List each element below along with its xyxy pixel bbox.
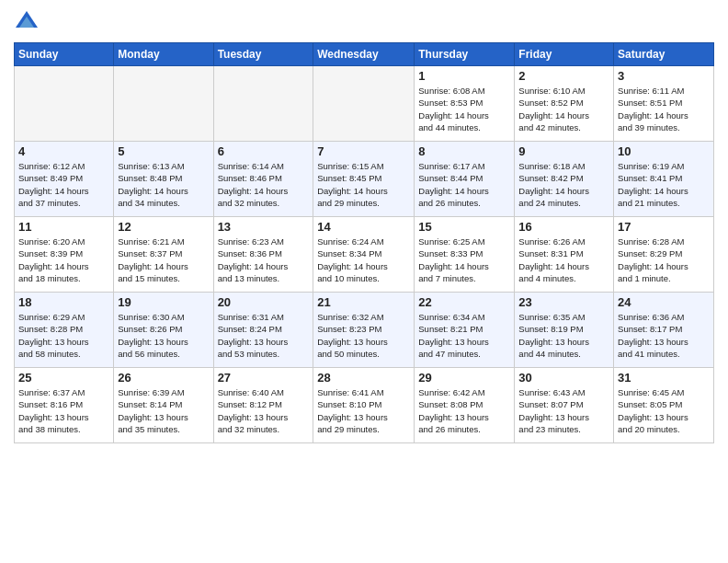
calendar-cell: 26Sunrise: 6:39 AM Sunset: 8:14 PM Dayli… (114, 368, 213, 443)
cell-info: Sunrise: 6:32 AM Sunset: 8:23 PM Dayligh… (317, 311, 410, 360)
calendar-cell: 19Sunrise: 6:30 AM Sunset: 8:26 PM Dayli… (114, 293, 213, 368)
calendar-week-3: 18Sunrise: 6:29 AM Sunset: 8:28 PM Dayli… (15, 293, 714, 368)
day-number: 22 (418, 295, 510, 309)
calendar-cell: 15Sunrise: 6:25 AM Sunset: 8:33 PM Dayli… (415, 217, 515, 293)
cell-info: Sunrise: 6:21 AM Sunset: 8:37 PM Dayligh… (118, 236, 209, 284)
calendar-cell: 16Sunrise: 6:26 AM Sunset: 8:31 PM Dayli… (515, 217, 614, 293)
cell-info: Sunrise: 6:34 AM Sunset: 8:21 PM Dayligh… (418, 311, 510, 360)
day-number: 20 (218, 295, 310, 309)
day-number: 7 (317, 144, 410, 158)
day-number: 4 (18, 144, 109, 158)
day-number: 2 (518, 69, 609, 83)
calendar-week-4: 25Sunrise: 6:37 AM Sunset: 8:16 PM Dayli… (15, 368, 714, 443)
calendar-cell: 13Sunrise: 6:23 AM Sunset: 8:36 PM Dayli… (213, 217, 313, 293)
day-number: 5 (118, 144, 209, 158)
day-number: 28 (317, 371, 410, 385)
day-number: 13 (218, 220, 310, 234)
col-header-wednesday: Wednesday (313, 43, 415, 66)
calendar-week-0: 1Sunrise: 6:08 AM Sunset: 8:53 PM Daylig… (15, 66, 714, 142)
col-header-friday: Friday (515, 43, 614, 66)
day-number: 9 (518, 144, 609, 158)
cell-info: Sunrise: 6:26 AM Sunset: 8:31 PM Dayligh… (518, 236, 609, 284)
calendar-cell: 17Sunrise: 6:28 AM Sunset: 8:29 PM Dayli… (614, 217, 714, 293)
calendar-week-2: 11Sunrise: 6:20 AM Sunset: 8:39 PM Dayli… (15, 217, 714, 293)
calendar-cell: 2Sunrise: 6:10 AM Sunset: 8:52 PM Daylig… (515, 66, 614, 142)
calendar-cell (313, 66, 415, 142)
day-number: 15 (418, 220, 510, 234)
cell-info: Sunrise: 6:10 AM Sunset: 8:52 PM Dayligh… (518, 85, 609, 133)
calendar-cell: 29Sunrise: 6:42 AM Sunset: 8:08 PM Dayli… (415, 368, 515, 443)
cell-info: Sunrise: 6:39 AM Sunset: 8:14 PM Dayligh… (118, 386, 209, 435)
cell-info: Sunrise: 6:31 AM Sunset: 8:24 PM Dayligh… (218, 311, 310, 360)
day-number: 16 (518, 220, 609, 234)
calendar-cell (15, 66, 114, 142)
cell-info: Sunrise: 6:45 AM Sunset: 8:05 PM Dayligh… (618, 386, 710, 435)
calendar-cell: 22Sunrise: 6:34 AM Sunset: 8:21 PM Dayli… (415, 293, 515, 368)
calendar-cell: 5Sunrise: 6:13 AM Sunset: 8:48 PM Daylig… (114, 142, 213, 217)
calendar-cell: 7Sunrise: 6:15 AM Sunset: 8:45 PM Daylig… (313, 142, 415, 217)
cell-info: Sunrise: 6:40 AM Sunset: 8:12 PM Dayligh… (218, 386, 310, 435)
calendar-cell (114, 66, 213, 142)
day-number: 30 (518, 371, 609, 385)
calendar-cell: 4Sunrise: 6:12 AM Sunset: 8:49 PM Daylig… (15, 142, 114, 217)
day-number: 11 (18, 220, 109, 234)
page: SundayMondayTuesdayWednesdayThursdayFrid… (0, 0, 728, 563)
day-number: 17 (618, 220, 710, 234)
day-number: 6 (218, 144, 310, 158)
calendar-cell: 20Sunrise: 6:31 AM Sunset: 8:24 PM Dayli… (213, 293, 313, 368)
cell-info: Sunrise: 6:08 AM Sunset: 8:53 PM Dayligh… (418, 85, 510, 133)
day-number: 31 (618, 371, 710, 385)
cell-info: Sunrise: 6:35 AM Sunset: 8:19 PM Dayligh… (518, 311, 609, 360)
day-number: 18 (18, 295, 109, 309)
col-header-thursday: Thursday (415, 43, 515, 66)
cell-info: Sunrise: 6:20 AM Sunset: 8:39 PM Dayligh… (18, 236, 109, 284)
cell-info: Sunrise: 6:13 AM Sunset: 8:48 PM Dayligh… (118, 160, 209, 209)
cell-info: Sunrise: 6:43 AM Sunset: 8:07 PM Dayligh… (518, 386, 609, 435)
day-number: 14 (317, 220, 410, 234)
day-number: 12 (118, 220, 209, 234)
day-number: 24 (618, 295, 710, 309)
calendar-header-row: SundayMondayTuesdayWednesdayThursdayFrid… (15, 43, 714, 66)
cell-info: Sunrise: 6:42 AM Sunset: 8:08 PM Dayligh… (418, 386, 510, 435)
calendar-cell: 21Sunrise: 6:32 AM Sunset: 8:23 PM Dayli… (313, 293, 415, 368)
cell-info: Sunrise: 6:29 AM Sunset: 8:28 PM Dayligh… (18, 311, 109, 360)
calendar-cell: 1Sunrise: 6:08 AM Sunset: 8:53 PM Daylig… (415, 66, 515, 142)
calendar-table: SundayMondayTuesdayWednesdayThursdayFrid… (14, 42, 714, 443)
cell-info: Sunrise: 6:18 AM Sunset: 8:42 PM Dayligh… (518, 160, 609, 209)
cell-info: Sunrise: 6:30 AM Sunset: 8:26 PM Dayligh… (118, 311, 209, 360)
calendar-week-1: 4Sunrise: 6:12 AM Sunset: 8:49 PM Daylig… (15, 142, 714, 217)
calendar-cell: 25Sunrise: 6:37 AM Sunset: 8:16 PM Dayli… (15, 368, 114, 443)
calendar-cell: 27Sunrise: 6:40 AM Sunset: 8:12 PM Dayli… (213, 368, 313, 443)
cell-info: Sunrise: 6:11 AM Sunset: 8:51 PM Dayligh… (618, 85, 710, 133)
col-header-sunday: Sunday (15, 43, 114, 66)
calendar-cell: 6Sunrise: 6:14 AM Sunset: 8:46 PM Daylig… (213, 142, 313, 217)
cell-info: Sunrise: 6:15 AM Sunset: 8:45 PM Dayligh… (317, 160, 410, 209)
calendar-cell: 31Sunrise: 6:45 AM Sunset: 8:05 PM Dayli… (614, 368, 714, 443)
day-number: 3 (618, 69, 710, 83)
calendar-cell: 14Sunrise: 6:24 AM Sunset: 8:34 PM Dayli… (313, 217, 415, 293)
calendar-cell: 24Sunrise: 6:36 AM Sunset: 8:17 PM Dayli… (614, 293, 714, 368)
calendar-cell: 18Sunrise: 6:29 AM Sunset: 8:28 PM Dayli… (15, 293, 114, 368)
calendar-cell: 30Sunrise: 6:43 AM Sunset: 8:07 PM Dayli… (515, 368, 614, 443)
col-header-saturday: Saturday (614, 43, 714, 66)
cell-info: Sunrise: 6:24 AM Sunset: 8:34 PM Dayligh… (317, 236, 410, 284)
cell-info: Sunrise: 6:23 AM Sunset: 8:36 PM Dayligh… (218, 236, 310, 284)
calendar-cell: 12Sunrise: 6:21 AM Sunset: 8:37 PM Dayli… (114, 217, 213, 293)
cell-info: Sunrise: 6:41 AM Sunset: 8:10 PM Dayligh… (317, 386, 410, 435)
col-header-monday: Monday (114, 43, 213, 66)
day-number: 29 (418, 371, 510, 385)
logo (14, 9, 43, 35)
day-number: 27 (218, 371, 310, 385)
calendar-cell: 23Sunrise: 6:35 AM Sunset: 8:19 PM Dayli… (515, 293, 614, 368)
day-number: 19 (118, 295, 209, 309)
calendar-cell: 11Sunrise: 6:20 AM Sunset: 8:39 PM Dayli… (15, 217, 114, 293)
day-number: 10 (618, 144, 710, 158)
day-number: 8 (418, 144, 510, 158)
cell-info: Sunrise: 6:17 AM Sunset: 8:44 PM Dayligh… (418, 160, 510, 209)
header (14, 9, 714, 35)
day-number: 25 (18, 371, 109, 385)
cell-info: Sunrise: 6:37 AM Sunset: 8:16 PM Dayligh… (18, 386, 109, 435)
calendar-cell: 8Sunrise: 6:17 AM Sunset: 8:44 PM Daylig… (415, 142, 515, 217)
calendar-cell: 3Sunrise: 6:11 AM Sunset: 8:51 PM Daylig… (614, 66, 714, 142)
col-header-tuesday: Tuesday (213, 43, 313, 66)
